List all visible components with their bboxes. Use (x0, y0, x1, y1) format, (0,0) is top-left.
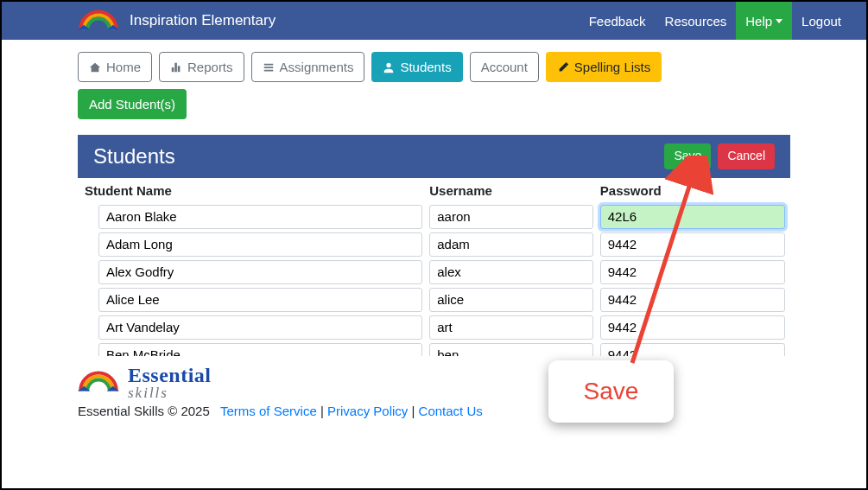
footer-brand: Essential skills (128, 365, 212, 400)
footer-brand-top: Essential (128, 364, 212, 386)
nav-students-button[interactable]: Students (371, 52, 462, 82)
table-row (78, 286, 789, 314)
student-password-input[interactable] (600, 260, 785, 284)
student-password-input[interactable] (600, 205, 785, 229)
student-password-input[interactable] (600, 343, 785, 356)
nav-assignments-label: Assignments (280, 58, 354, 76)
add-students-button[interactable]: Add Student(s) (78, 89, 187, 119)
student-name-input[interactable] (98, 288, 422, 312)
nav-spelling-button[interactable]: Spelling Lists (546, 52, 662, 82)
nav-home-label: Home (106, 58, 141, 76)
person-icon (383, 61, 395, 73)
student-name-input[interactable] (98, 232, 422, 257)
student-name-input[interactable] (98, 205, 422, 229)
student-username-input[interactable] (429, 260, 593, 284)
nav-account-label: Account (481, 58, 528, 76)
footer: Essential skills Essential Skills © 2025… (2, 356, 866, 418)
home-icon (89, 61, 101, 73)
student-username-input[interactable] (429, 288, 593, 312)
footer-tos-link[interactable]: Terms of Service (220, 404, 317, 418)
table-row (78, 341, 789, 356)
chevron-down-icon (776, 19, 782, 23)
rainbow-logo-icon (78, 370, 119, 394)
students-panel-header: Students Save Cancel (78, 135, 790, 178)
nav-resources[interactable]: Resources (656, 2, 737, 40)
secondary-nav: Home Reports Assignments Students Accoun… (78, 52, 790, 82)
nav-reports-label: Reports (187, 58, 233, 76)
chart-icon (170, 61, 182, 73)
nav-students-label: Students (400, 58, 451, 76)
student-name-input[interactable] (98, 260, 422, 284)
student-password-input[interactable] (600, 288, 785, 312)
rainbow-logo-icon (78, 9, 119, 33)
nav-reports-button[interactable]: Reports (159, 52, 244, 82)
top-navbar: Inspiration Elementary Feedback Resource… (2, 2, 866, 40)
annotation-callout-label: Save (584, 378, 639, 405)
footer-privacy-link[interactable]: Privacy Policy (327, 404, 408, 418)
student-username-input[interactable] (429, 315, 593, 340)
nav-spelling-label: Spelling Lists (574, 58, 650, 76)
student-password-input[interactable] (600, 232, 785, 257)
school-name: Inspiration Elementary (130, 12, 276, 29)
list-icon (263, 61, 275, 73)
nav-account-button[interactable]: Account (470, 52, 539, 82)
nav-home-button[interactable]: Home (78, 52, 152, 82)
top-menu: Feedback Resources Help Logout (580, 2, 851, 40)
brand: Inspiration Elementary (78, 9, 276, 33)
table-row (78, 203, 789, 231)
student-name-input[interactable] (98, 315, 422, 340)
cancel-button[interactable]: Cancel (718, 143, 775, 169)
annotation-callout: Save (548, 360, 674, 423)
table-row (78, 314, 789, 341)
student-username-input[interactable] (429, 205, 593, 229)
student-username-input[interactable] (429, 343, 593, 356)
footer-brand-bottom: skills (128, 385, 168, 401)
nav-logout[interactable]: Logout (792, 2, 851, 40)
pencil-icon (557, 61, 569, 73)
students-panel: Students Save Cancel Student Name Userna… (78, 135, 790, 356)
student-password-input[interactable] (600, 315, 785, 340)
nav-assignments-button[interactable]: Assignments (251, 52, 365, 82)
col-header-password: Password (597, 178, 789, 203)
students-table-scroll[interactable]: Student Name Username Password (78, 178, 790, 356)
student-username-input[interactable] (429, 232, 593, 257)
footer-contact-link[interactable]: Contact Us (419, 404, 483, 418)
footer-copyright: Essential Skills © 2025 (78, 404, 210, 418)
nav-feedback[interactable]: Feedback (580, 2, 656, 40)
nav-help-label: Help (745, 14, 772, 29)
col-header-name: Student Name (78, 178, 426, 203)
students-panel-title: Students (93, 144, 175, 169)
nav-help-dropdown[interactable]: Help (736, 2, 792, 40)
col-header-username: Username (426, 178, 597, 203)
student-name-input[interactable] (98, 343, 422, 356)
table-row (78, 231, 789, 258)
save-button[interactable]: Save (664, 143, 711, 169)
table-row (78, 258, 789, 286)
students-table: Student Name Username Password (78, 178, 789, 356)
